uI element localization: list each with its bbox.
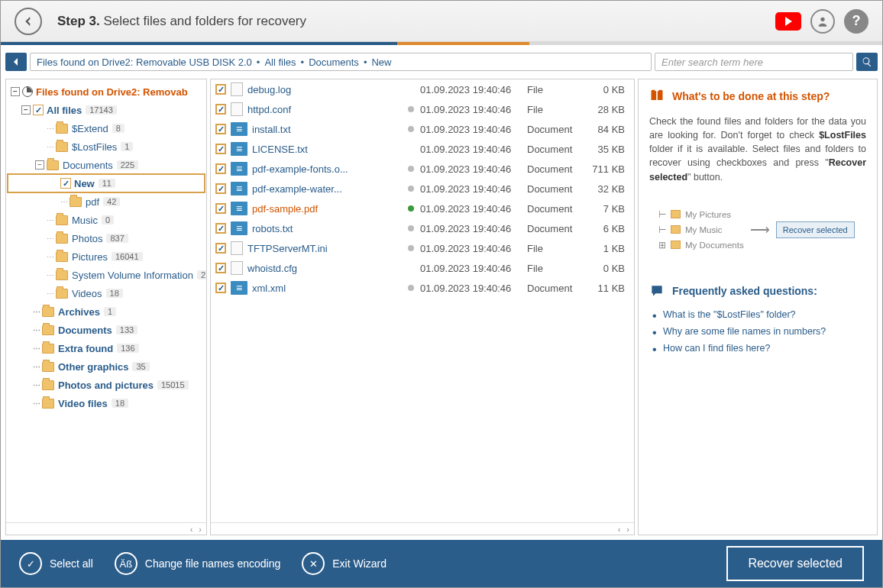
file-date: 01.09.2023 19:40:46 [420,144,527,155]
tree-item[interactable]: ⋯ Archives1 [8,302,205,321]
document-icon [231,142,247,156]
tree-item[interactable]: ⋯ Photos837 [8,229,205,247]
checkbox[interactable] [215,144,226,154]
checkbox[interactable] [215,84,226,95]
tree-item[interactable]: ⋯ $Extend8 [8,119,205,137]
select-all-button[interactable]: ✓ Select all [19,552,93,575]
file-row[interactable]: whoistd.cfg01.09.2023 19:40:46File0 KB [211,258,634,278]
status-dot [408,186,414,192]
tree-allfiles[interactable]: − All files17143 [8,101,205,119]
file-row[interactable]: httpd.conf01.09.2023 19:40:46File28 KB [211,99,634,119]
search-input[interactable]: Enter search term here [655,53,853,71]
file-row[interactable]: pdf-example-fonts.o...01.09.2023 19:40:4… [211,159,634,179]
checkbox[interactable] [215,243,226,254]
checkbox[interactable] [215,124,226,134]
checkbox[interactable] [215,163,226,174]
recover-selected-button[interactable]: Recover selected [726,546,864,581]
folder-icon [47,160,59,170]
tree-item[interactable]: ⋯ Documents133 [8,321,205,339]
file-icon [231,102,243,116]
folder-icon [56,142,68,152]
file-icon [231,261,243,275]
checkbox[interactable] [215,104,226,115]
file-row[interactable]: TFTPServerMT.ini01.09.2023 19:40:46File1… [211,238,634,258]
tree-root[interactable]: − Files found on Drive2: Removab [8,82,205,101]
folder-icon [42,325,54,335]
file-row[interactable]: debug.log01.09.2023 19:40:46File0 KB [211,79,634,99]
status-dot [408,86,414,92]
checkbox[interactable] [215,203,226,214]
file-date: 01.09.2023 19:40:46 [420,183,527,195]
checkbox[interactable] [215,223,226,234]
file-row[interactable]: pdf-sample.pdf01.09.2023 19:40:46Documen… [211,199,634,218]
document-icon [231,202,247,215]
status-dot [408,245,414,251]
folder-icon [56,234,68,244]
checkbox[interactable] [60,178,71,189]
tree-item[interactable]: ⋯ System Volume Information2 [8,266,205,284]
tree-documents[interactable]: − Documents225 [8,156,205,174]
help-icon[interactable]: ? [844,9,868,34]
folder-icon [70,197,82,207]
file-name: TFTPServerMT.ini [247,243,402,254]
file-size: 35 KB [588,144,631,155]
faq-link[interactable]: How can I find files here? [663,340,866,357]
tree-item[interactable]: ⋯ Extra found136 [8,339,205,357]
file-row[interactable]: xml.xml01.09.2023 19:40:46Document11 KB [211,278,634,298]
list-scroll[interactable]: ‹› [211,522,634,535]
tree-item[interactable]: ⋯ Videos18 [8,284,205,302]
file-name: whoistd.cfg [247,263,402,274]
file-name: xml.xml [252,283,402,294]
checkbox[interactable] [215,263,226,273]
tree-item[interactable]: ⋯ Music0 [8,211,205,229]
tree-new[interactable]: New11 [8,174,205,192]
file-type: File [527,243,588,254]
file-type: Document [527,163,588,175]
encoding-button[interactable]: Äß Change file names encoding [115,552,280,575]
file-type: Document [527,223,588,234]
file-date: 01.09.2023 19:40:46 [420,104,527,115]
document-icon [231,182,247,195]
file-size: 84 KB [588,124,631,135]
file-type: Document [527,283,588,294]
faq-link[interactable]: Why are some file names in numbers? [663,323,866,340]
back-button[interactable] [15,8,42,35]
tree-item[interactable]: ⋯ Pictures16041 [8,247,205,266]
file-row[interactable]: LICENSE.txt01.09.2023 19:40:46Document35… [211,139,634,159]
encoding-icon: Äß [115,552,137,575]
step-title: Step 3. Select files and folders for rec… [57,14,306,29]
checkbox[interactable] [33,105,44,115]
folder-icon [42,362,54,372]
file-row[interactable]: pdf-example-water...01.09.2023 19:40:46D… [211,179,634,199]
youtube-icon[interactable] [775,12,801,31]
folder-icon [42,399,54,409]
folder-icon [42,380,54,390]
tree-item[interactable]: ⋯ Photos and pictures15015 [8,376,205,394]
checkbox[interactable] [215,283,226,293]
tree-item[interactable]: ⋯ Other graphics35 [8,357,205,376]
faq-title: Frequently asked questions: [649,283,866,299]
checkbox[interactable] [215,183,226,194]
user-icon[interactable] [810,9,835,34]
search-button[interactable] [856,53,878,71]
faq-link[interactable]: What is the "$LostFiles" folder? [663,306,866,323]
tree-item[interactable]: ⋯ Video files18 [8,394,205,412]
tree-scroll[interactable]: ‹› [6,522,206,535]
help-text: Check the found files and folders for th… [649,115,866,184]
file-name: install.txt [252,124,402,135]
exit-wizard-button[interactable]: ✕ Exit Wizard [302,552,387,575]
file-date: 01.09.2023 19:40:46 [420,283,527,294]
header-bar: Step 3. Select files and folders for rec… [1,1,882,42]
folder-tree: − Files found on Drive2: Removab − All f… [5,79,207,535]
file-name: pdf-sample.pdf [252,203,402,215]
tree-item[interactable]: ⋯ pdf42 [8,192,205,211]
book-icon [649,89,665,104]
file-row[interactable]: install.txt01.09.2023 19:40:46Document84… [211,119,634,139]
file-size: 1 KB [588,243,631,254]
file-row[interactable]: robots.txt01.09.2023 19:40:46Document6 K… [211,218,634,238]
breadcrumb-back-button[interactable] [5,53,27,71]
breadcrumb[interactable]: Files found on Drive2: Removable USB DIS… [30,53,652,71]
pie-icon [22,86,33,97]
folder-icon [42,307,54,317]
tree-item[interactable]: ⋯ $LostFiles1 [8,137,205,156]
